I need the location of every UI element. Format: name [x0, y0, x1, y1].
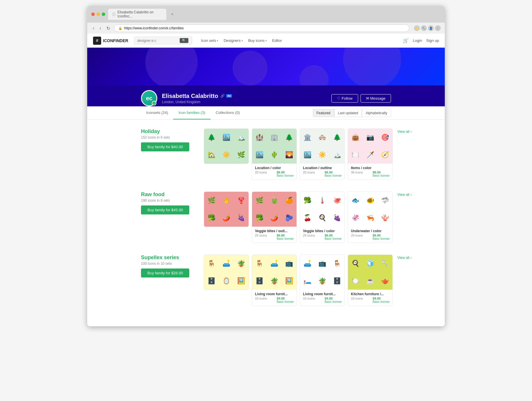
underwater-license: Basic license — [373, 237, 390, 240]
verified-badge: ✓ — [152, 101, 156, 105]
browser-tab[interactable]: Elisabetta Calabritto on Iconfinc... — [108, 9, 166, 20]
living2-count: 10 icons — [303, 297, 315, 300]
preview-cell-1: 🌲 — [204, 129, 219, 146]
message-button[interactable]: ✉ Message — [360, 94, 391, 103]
signup-link[interactable]: Sign up — [426, 38, 439, 43]
holiday-buy-button[interactable]: Buy family for $40.00 — [141, 142, 189, 151]
browser-ext-1[interactable]: ⭐ — [414, 25, 420, 31]
url-bar[interactable]: 🔒 https://www.iconfinder.com/e.c/familie… — [114, 24, 409, 32]
profile-actions: ♡ Follow ✉ Message — [331, 94, 391, 103]
close-button[interactable] — [91, 12, 95, 16]
family-supellex: Supellex series 100 icons in 10 sets Buy… — [141, 255, 391, 306]
browser-ext-2[interactable]: 🔧 — [421, 25, 427, 31]
items-color-title: Items / color — [351, 166, 390, 170]
forward-button[interactable]: › — [98, 25, 102, 31]
minimize-button[interactable] — [97, 12, 100, 16]
new-tab-button[interactable]: + — [169, 11, 175, 17]
hero-banner — [87, 48, 445, 85]
underwater-count: 20 icons — [351, 234, 363, 237]
rawfood-view-all[interactable]: View all › — [397, 191, 412, 198]
underwater-title: Underwater / color — [351, 229, 390, 233]
search-button[interactable]: 🔍 — [180, 38, 188, 43]
browser-menu[interactable]: ⋮ — [435, 25, 441, 31]
underwater-preview: 🐟 🐠 🦈 🦑 🦐 🪸 — [348, 192, 392, 227]
supellex-card-living-2[interactable]: 🛋️ 📺 🪑 🛏️ 🪴 🗄️ Living room furnit... — [300, 255, 345, 306]
rawfood-buy-button[interactable]: Buy family for $45.00 — [141, 205, 189, 214]
nav-icon-sets-label: Icon sets — [201, 38, 216, 43]
living2-preview: 🛋️ 📺 🪑 🛏️ 🪴 🗄️ — [300, 255, 344, 290]
items-color-preview: 👜 📷 🎯 🍽️ 🗡️ 🧭 — [348, 129, 392, 164]
cart-icon[interactable]: 🛒 — [403, 38, 409, 43]
holiday-name: Holiday — [141, 128, 199, 135]
tab-iconsets[interactable]: Iconsets (24) — [141, 106, 173, 119]
holiday-card-items-color[interactable]: 👜 📷 🎯 🍽️ 🗡️ 🧭 Items / color — [348, 128, 393, 180]
tab-title: Elisabetta Calabritto on Iconfinc... — [117, 10, 162, 18]
supellex-buy-button[interactable]: Buy family for $28.00 — [141, 268, 189, 278]
supellex-preview-grid: 🪑 🛋️ 🪴 🗄️ 🪞 🖼️ — [204, 255, 249, 290]
content-area: Holiday 152 icons in 6 sets Buy family f… — [135, 120, 397, 326]
preview-cell-4: 🏡 — [204, 146, 219, 164]
profile-icons: 🔗 Bē — [220, 94, 232, 98]
browser-titlebar: Elisabetta Calabritto on Iconfinc... + — [87, 6, 445, 23]
back-button[interactable]: ‹ — [91, 25, 96, 31]
rawfood-cards: 🌿 🤚 🦞 🥦 🌶️ 🍇 🌿 — [204, 191, 393, 243]
window-controls — [91, 12, 105, 16]
profile-name-text: Elisabetta Calabritto — [162, 93, 218, 99]
site-navigation: if ICONFINDER 🔍 Icon sets ▾ Designers ▾ … — [87, 34, 445, 48]
holiday-preview-card: 🌲 🏙️ 🏔️ 🏡 ☀️ 🌿 — [204, 128, 249, 164]
supellex-sidebar: Supellex series 100 icons in 10 sets Buy… — [141, 255, 199, 278]
location-outline-price: $6.00 — [325, 171, 342, 174]
holiday-card-location-outline[interactable]: 🏛️ 🏘️ 🌲 🏙️ ☀️ 🏔️ Location / outline — [300, 128, 345, 180]
veggie-outline-license: Basic license — [277, 237, 294, 240]
items-color-count: 36 icons — [351, 171, 363, 174]
location-color-title: Location / color — [255, 166, 294, 170]
login-link[interactable]: Login — [413, 38, 422, 43]
follow-button[interactable]: ♡ Follow — [331, 94, 358, 103]
nav-designers[interactable]: Designers ▾ — [224, 38, 243, 43]
supellex-card-kitchen[interactable]: 🍳 🧊 🥄 🍽️ ☕ 🫖 Kitchen furniture /... — [348, 255, 393, 306]
living2-title: Living room furnit... — [303, 292, 342, 296]
site-logo[interactable]: if ICONFINDER — [93, 37, 128, 45]
profile-link-icon[interactable]: 🔗 — [220, 94, 225, 98]
supellex-card-living-1[interactable]: 🪑 🛋️ 📺 🗄️ 🪴 🖼️ Living room furnit... — [252, 255, 297, 306]
rawfood-card-veggie-color[interactable]: 🥦 🌡️ 🐙 🍒 🍳 🍇 Veggie bites / color — [300, 191, 345, 243]
holiday-view-all[interactable]: View all › — [397, 128, 412, 135]
veggie-color-title: Veggie bites / color — [303, 229, 342, 233]
nav-icon-sets[interactable]: Icon sets ▾ — [201, 38, 218, 43]
preview-cell-6: 🌿 — [234, 146, 249, 164]
sort-featured[interactable]: Featured — [313, 109, 334, 117]
reload-button[interactable]: ↻ — [105, 25, 112, 32]
tab-favicon — [112, 12, 116, 16]
holiday-sidebar: Holiday 152 icons in 6 sets Buy family f… — [141, 128, 199, 151]
browser-ext-3[interactable]: 👤 — [428, 25, 434, 31]
location-color-count: 20 icons — [255, 171, 267, 174]
living2-price: $4.00 — [325, 297, 342, 300]
location-color-license: Basic license — [277, 174, 294, 177]
search-input[interactable] — [137, 39, 178, 43]
sort-alphabetically[interactable]: Alphabetically — [362, 109, 391, 117]
holiday-view-all-label: View all — [397, 130, 409, 134]
location-outline-count: 20 icons — [303, 171, 315, 174]
holiday-card-location-color[interactable]: 🏰 🏢 🌲 🏙️ 🌵 🌄 Location / color — [252, 128, 297, 180]
rawfood-card-veggie-outline[interactable]: 🌿 🫑 🍊 🥦 🌶️ 🫐 Veggie bites / outl... — [252, 191, 297, 243]
preview-cell-3: 🏔️ — [234, 129, 249, 146]
nav-buy-chevron: ▾ — [265, 39, 267, 42]
rawfood-row: Raw food 190 icons in 8 sets Buy family … — [141, 191, 391, 243]
location-outline-preview: 🏛️ 🏘️ 🌲 🏙️ ☀️ 🏔️ — [300, 129, 344, 164]
supellex-view-all[interactable]: View all › — [397, 255, 412, 261]
maximize-button[interactable] — [102, 12, 105, 16]
kitchen-license: Basic license — [373, 300, 390, 303]
nav-editor[interactable]: Editor — [272, 38, 282, 43]
supellex-view-all-chevron: › — [410, 256, 412, 260]
nav-buy-icons[interactable]: Buy icons ▾ — [248, 38, 267, 43]
kitchen-count: 10 icons — [351, 297, 363, 300]
sort-last-updated[interactable]: Last updated — [334, 109, 362, 117]
search-box[interactable]: 🔍 — [134, 37, 192, 44]
url-text: https://www.iconfinder.com/e.c/families — [124, 26, 405, 30]
tab-collections[interactable]: Collections (0) — [210, 106, 245, 119]
holiday-row: Holiday 152 icons in 6 sets Buy family f… — [141, 128, 391, 180]
tab-icon-families[interactable]: Icon families (3) — [173, 106, 210, 119]
rawfood-card-underwater[interactable]: 🐟 🐠 🦈 🦑 🦐 🪸 Underwater / color — [348, 191, 393, 243]
behance-icon[interactable]: Bē — [226, 94, 232, 98]
supellex-meta: 100 icons in 10 sets — [141, 262, 199, 266]
